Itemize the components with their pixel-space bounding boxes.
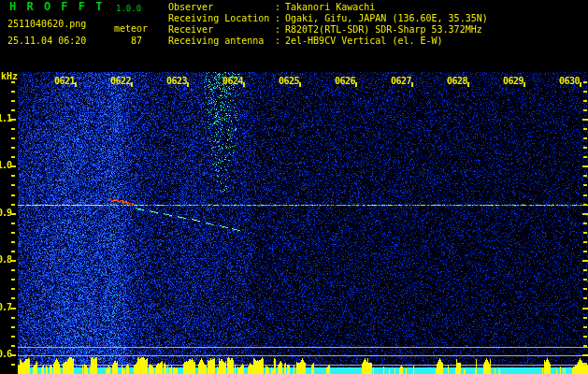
freq-label-0.7: 0.7	[0, 303, 11, 312]
freq-label-1.1: 1.1	[0, 114, 11, 123]
app-version: 1.0.0	[116, 4, 141, 13]
info-row-receiving-location: Receiving Location:Ogaki, Gifu, JAPAN (1…	[168, 14, 488, 23]
freq-label-0.6: 0.6	[0, 350, 11, 359]
time-label-0624: 0624	[222, 77, 243, 86]
mode-label: meteor	[114, 24, 148, 34]
info-row-label: Observer	[168, 3, 275, 12]
freq-label-0.9: 0.9	[0, 209, 11, 218]
time-label-0627: 0627	[391, 77, 411, 86]
hrofft-window: H R O F F T 1.0.0 2511040620.png meteor …	[0, 0, 588, 374]
time-label-0629: 0629	[503, 77, 523, 86]
info-row-value: Takanori Kawachi	[285, 2, 375, 12]
freq-label-1.0: 1.0	[0, 161, 11, 170]
info-row-label: Receiving Location	[168, 14, 275, 23]
info-row-separator: :	[275, 36, 285, 46]
info-row-separator: :	[275, 14, 285, 23]
info-row-value: Ogaki, Gifu, JAPAN (136.60E, 35.35N)	[285, 13, 488, 23]
time-label-0625: 0625	[279, 77, 299, 86]
timestamp: 25.11.04 06:20	[7, 36, 86, 46]
time-label-0621: 0621	[54, 77, 75, 86]
echo-count: 87	[131, 36, 142, 46]
spectrogram-canvas	[0, 0, 588, 374]
info-row-label: Receiver	[168, 25, 275, 35]
time-label-0623: 0623	[166, 77, 187, 86]
time-label-0630: 0630	[559, 77, 580, 86]
info-row-receiver: Receiver:R820T2(RTL-SDR) SDR-Sharp 53.37…	[168, 25, 482, 35]
app-title: H R O F F T	[9, 2, 104, 11]
freq-axis-unit-label: kHz	[1, 72, 18, 81]
info-row-separator: :	[275, 3, 285, 12]
time-label-0626: 0626	[335, 77, 355, 86]
info-row-value: R820T2(RTL-SDR) SDR-Sharp 53.372MHz	[285, 24, 482, 35]
time-label-0628: 0628	[447, 77, 467, 86]
time-label-0622: 0622	[110, 77, 131, 86]
freq-label-0.8: 0.8	[0, 255, 11, 265]
info-row-label: Receiving antenna	[168, 36, 275, 46]
info-row-observer: Observer:Takanori Kawachi	[168, 3, 375, 12]
info-row-value: 2el-HB9CV Vertical (el. E-W)	[285, 36, 443, 46]
output-filename: 2511040620.png	[7, 20, 86, 29]
info-row-receiving-antenna: Receiving antenna:2el-HB9CV Vertical (el…	[168, 36, 443, 46]
info-row-separator: :	[275, 25, 285, 35]
